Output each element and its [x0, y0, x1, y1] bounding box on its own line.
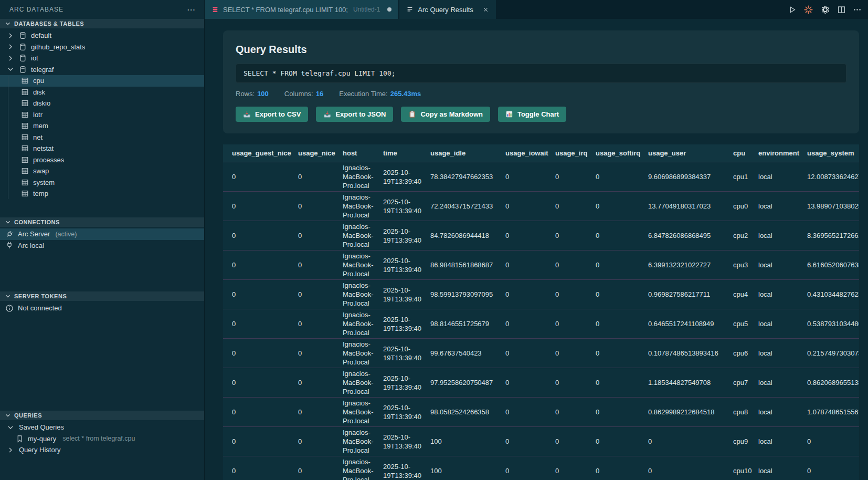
table-item-cpu[interactable]: cpu: [0, 75, 204, 87]
table-label: disk: [33, 88, 45, 96]
table-row[interactable]: 00Ignacios-MacBook-Pro.local2025-10-19T1…: [223, 339, 859, 368]
table-cell: 0: [223, 309, 289, 339]
table-cell: Ignacios-MacBook-Pro.local: [334, 427, 374, 456]
database-item-default[interactable]: default: [0, 30, 204, 41]
modified-dot-icon[interactable]: [387, 7, 391, 12]
database-item-telegraf[interactable]: telegraf: [0, 64, 204, 76]
table-body: 00Ignacios-MacBook-Pro.local2025-10-19T1…: [223, 162, 859, 480]
table-label: net: [33, 133, 43, 141]
database-tree: defaultgithub_repo_statsiottelegrafcpudi…: [0, 28, 204, 200]
database-item-iot[interactable]: iot: [0, 53, 204, 64]
table-item-disk[interactable]: disk: [0, 87, 204, 98]
table-cell: 13.989071038025: [798, 192, 859, 221]
table-cell: local: [749, 368, 798, 398]
saved-queries-item[interactable]: Saved Queries: [0, 422, 204, 433]
copy-markdown-button[interactable]: Copy as Markdown: [401, 107, 490, 122]
openai-icon[interactable]: [820, 5, 830, 15]
chevron-down-icon: [4, 412, 12, 419]
page-title: Query Results: [236, 44, 846, 56]
table-row[interactable]: 00Ignacios-MacBook-Pro.local2025-10-19T1…: [223, 280, 859, 309]
table-item-processes[interactable]: processes: [0, 154, 204, 166]
query-results-card: Query Results SELECT * FROM telegraf.cpu…: [223, 30, 859, 133]
clipboard-icon: [408, 110, 416, 118]
table-cell: 100: [421, 456, 496, 480]
export-csv-button[interactable]: Export to CSV: [236, 107, 308, 122]
table-cell: 0: [587, 368, 639, 398]
table-cell: 0: [587, 192, 639, 221]
queries-section-header[interactable]: QUERIES: [0, 411, 204, 420]
chevron-right-icon: [6, 54, 15, 62]
table-cell: Ignacios-MacBook-Pro.local: [334, 368, 374, 398]
tab-arc-query-results[interactable]: Arc Query Results: [399, 0, 495, 19]
sidebar-more-actions-icon[interactable]: ⋯: [187, 5, 196, 15]
table-row[interactable]: 00Ignacios-MacBook-Pro.local2025-10-19T1…: [223, 221, 859, 251]
tab-sql-editor[interactable]: SELECT * FROM telegraf.cpu LIMIT 100; Un…: [205, 0, 398, 19]
connection-status: (active): [55, 231, 77, 238]
close-tab-icon[interactable]: [482, 6, 489, 13]
chevron-down-icon: [4, 20, 12, 27]
table-row[interactable]: 00Ignacios-MacBook-Pro.local2025-10-19T1…: [223, 456, 859, 480]
table-label: processes: [33, 156, 64, 164]
table-row[interactable]: 00Ignacios-MacBook-Pro.local2025-10-19T1…: [223, 427, 859, 456]
tab-title: SELECT * FROM telegraf.cpu LIMIT 100;: [223, 6, 348, 14]
table-item-lotr[interactable]: lotr: [0, 109, 204, 121]
table-row[interactable]: 00Ignacios-MacBook-Pro.local2025-10-19T1…: [223, 251, 859, 280]
table-cell: Ignacios-MacBook-Pro.local: [334, 280, 374, 309]
table-cell: 0: [546, 427, 587, 456]
table-item-net[interactable]: net: [0, 132, 204, 143]
database-item-github_repo_stats[interactable]: github_repo_stats: [0, 41, 204, 53]
query-history-item[interactable]: Query History: [0, 444, 204, 456]
table-row[interactable]: 00Ignacios-MacBook-Pro.local2025-10-19T1…: [223, 162, 859, 192]
table-row[interactable]: 00Ignacios-MacBook-Pro.local2025-10-19T1…: [223, 368, 859, 398]
table-cell: 98.8146551725679: [421, 309, 496, 339]
connection-item-arc-server[interactable]: Arc Server (active): [0, 228, 204, 240]
table-icon: [21, 133, 29, 141]
claude-icon[interactable]: [803, 5, 813, 15]
table-row[interactable]: 00Ignacios-MacBook-Pro.local2025-10-19T1…: [223, 309, 859, 339]
table-cell: cpu0: [724, 192, 749, 221]
toggle-chart-button[interactable]: Toggle Chart: [498, 107, 566, 122]
plug-icon: [5, 241, 14, 249]
server-tokens-section-header[interactable]: SERVER TOKENS: [0, 291, 204, 301]
table-cell: 0: [587, 398, 639, 427]
table-item-temp[interactable]: temp: [0, 188, 204, 200]
table-cell: cpu10: [724, 456, 749, 480]
table-cell: 0: [546, 398, 587, 427]
databases-section-header[interactable]: DATABASES & TABLES: [0, 19, 204, 28]
split-editor-icon[interactable]: [837, 5, 846, 14]
table-icon: [21, 111, 29, 119]
chevron-right-icon: [6, 446, 15, 454]
table-icon: [21, 156, 29, 164]
table-cell: 0: [496, 456, 546, 480]
executed-query: SELECT * FROM telegraf.cpu LIMIT 100;: [236, 64, 846, 83]
database-label: github_repo_stats: [31, 43, 85, 51]
table-item-swap[interactable]: swap: [0, 165, 204, 177]
column-header-usage_softirq: usage_softirq: [587, 144, 639, 162]
tab-subtitle: Untitled-1: [353, 6, 380, 13]
stat-rows: Rows:100: [236, 90, 269, 98]
editor-actions: [788, 0, 862, 19]
more-actions-icon[interactable]: [853, 5, 862, 14]
table-cell: Ignacios-MacBook-Pro.local: [334, 162, 374, 192]
database-label: telegraf: [31, 66, 54, 74]
table-item-netstat[interactable]: netstat: [0, 143, 204, 154]
queries-pane: QUERIES Saved Queries my-query select * …: [0, 411, 204, 480]
connection-item-arc-local[interactable]: Arc local: [0, 240, 204, 252]
tab-bar: SELECT * FROM telegraf.cpu LIMIT 100; Un…: [205, 0, 868, 19]
run-query-icon[interactable]: [788, 5, 797, 14]
table-cell: Ignacios-MacBook-Pro.local: [334, 339, 374, 368]
table-item-system[interactable]: system: [0, 177, 204, 189]
export-json-button[interactable]: Export to JSON: [316, 107, 393, 122]
table-cell: 0: [587, 251, 639, 280]
table-row[interactable]: 00Ignacios-MacBook-Pro.local2025-10-19T1…: [223, 192, 859, 221]
info-icon: [5, 304, 14, 312]
table-cell: 2025-10-19T13:39:40: [374, 251, 421, 280]
saved-query-item-my-query[interactable]: my-query select * from telegraf.cpu: [0, 433, 204, 445]
connections-section-header[interactable]: CONNECTIONS: [0, 217, 204, 227]
table-row[interactable]: 00Ignacios-MacBook-Pro.local2025-10-19T1…: [223, 398, 859, 427]
bar-chart-icon: [505, 110, 513, 118]
table-cell: 0: [587, 280, 639, 309]
table-cell: cpu1: [724, 162, 749, 192]
table-item-mem[interactable]: mem: [0, 120, 204, 132]
table-item-diskio[interactable]: diskio: [0, 98, 204, 109]
